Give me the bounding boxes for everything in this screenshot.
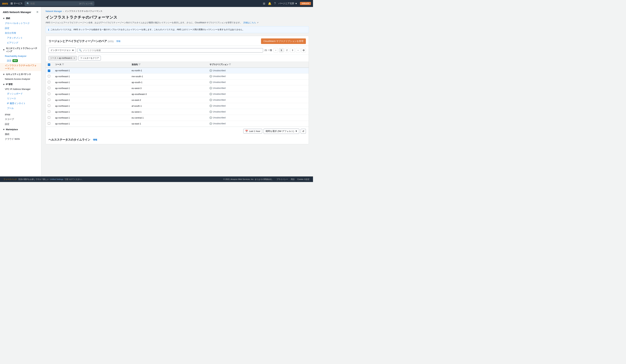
page-2-button[interactable]: 2 xyxy=(285,48,289,52)
sidebar-item-self-share[interactable]: 自分が共有 xyxy=(0,31,41,36)
cloudwatch-subscribe-button[interactable]: CloudWatch サブスクリプションを管理 xyxy=(261,38,306,44)
source-filter-icon[interactable]: ▽ xyxy=(62,63,64,66)
select-all-header[interactable]: — xyxy=(46,62,52,68)
select-all-checkbox[interactable]: — xyxy=(48,64,50,66)
sidebar-item-attachment[interactable]: アタッチメント xyxy=(0,36,41,40)
row-checkbox-cell[interactable] xyxy=(46,97,52,103)
cookie-link[interactable]: Cookie の設定 xyxy=(297,178,310,181)
sidebar-item-scope[interactable]: スコープ xyxy=(0,117,41,122)
filter-chip-text: ソース = ap-northeast-1 xyxy=(50,57,72,60)
sidebar-item-ipam[interactable]: IPAM xyxy=(0,112,41,117)
destination-cell: me-south-1 xyxy=(129,73,207,79)
breadcrumb-network-manager[interactable]: Network Manager xyxy=(45,10,62,12)
row-checkbox-cell[interactable] xyxy=(46,109,52,115)
page-3-button[interactable]: 3 xyxy=(290,48,295,52)
sidebar-item-vpc-ip[interactable]: VPC IP Address Manager xyxy=(0,87,41,91)
time-selector[interactable]: 📅 Last 1 hour xyxy=(243,129,262,134)
subscription-cell: Unsubscribed xyxy=(207,97,309,103)
copyright-text: © 2022, Amazon Web Services, Inc. またはその関… xyxy=(223,178,274,181)
row-checkbox[interactable]: ✓ xyxy=(48,70,50,72)
sidebar-item-pool[interactable]: プール xyxy=(0,106,41,111)
region-selector[interactable]: バージニア北部 ▼ xyxy=(278,2,297,5)
remove-filter-button[interactable]: ✕ xyxy=(73,57,75,59)
source-cell: ap-northeast-1 xyxy=(52,109,129,115)
subscription-column-header[interactable]: サブスクリプション ▽ xyxy=(207,62,309,68)
row-checkbox[interactable] xyxy=(48,81,50,83)
sidebar-item-network-access[interactable]: Network Access Analyzer xyxy=(0,77,41,81)
subscription-cell: Unsubscribed xyxy=(207,79,309,85)
row-checkbox-cell[interactable] xyxy=(46,73,52,79)
feedback-link[interactable]: フィードバック xyxy=(3,178,17,181)
row-checkbox-cell[interactable] xyxy=(46,115,52,121)
panel-info-link[interactable]: 情報 xyxy=(116,40,120,43)
destination-column-header[interactable]: 送信先 ▽ xyxy=(129,62,207,68)
sidebar-section-marketplace-title[interactable]: ▼ Marketplace xyxy=(0,127,41,132)
row-checkbox-cell[interactable] xyxy=(46,103,52,109)
unsubscribed-icon xyxy=(210,69,212,72)
grid-icon[interactable]: ⊞ xyxy=(263,2,265,5)
page-1-button[interactable]: 1 xyxy=(279,48,284,52)
source-cell: ap-northeast-1 xyxy=(52,103,129,109)
sidebar-item-global-network[interactable]: グローバルネットワーク xyxy=(0,21,41,26)
user-badge[interactable]: skikuchi xyxy=(300,2,311,5)
clear-filters-button[interactable]: フィルターをクリア xyxy=(78,56,101,61)
services-menu[interactable]: サービス xyxy=(11,2,23,5)
time-label: Last 1 hour xyxy=(249,130,260,132)
sidebar-section-connection-title[interactable]: ▼ 接続 xyxy=(0,16,41,21)
sidebar-item-reachability[interactable]: Reachability Analyzer xyxy=(0,54,41,58)
row-checkbox[interactable] xyxy=(48,110,50,113)
details-link[interactable]: 詳細はこちら xyxy=(243,21,256,24)
period-dropdown[interactable]: 期間を選択 (5M デフォルト) ▼ xyxy=(264,129,299,134)
sidebar-item-ip-history[interactable]: IP 履歴インサイト xyxy=(0,101,41,106)
row-checkbox[interactable] xyxy=(48,105,50,107)
sidebar-item-dashboard[interactable]: ダッシュボード xyxy=(0,91,41,96)
sidebar-item-settings[interactable]: 設定 xyxy=(0,26,41,31)
sidebar-item-ipam-settings[interactable]: 設定 xyxy=(0,122,41,127)
sidebar: AWS Network Manager ✕ ▼ 接続 グローバルネットワーク 設… xyxy=(0,7,41,177)
global-search[interactable]: 🔍 [オプション+S] xyxy=(25,1,94,6)
row-checkbox[interactable] xyxy=(48,122,50,125)
privacy-link[interactable]: プライバシー xyxy=(276,178,288,181)
destination-cell: ap-southeast-3 xyxy=(129,91,207,97)
search-input[interactable] xyxy=(30,2,78,5)
subscription-filter-icon[interactable]: ▽ xyxy=(229,63,231,66)
refresh-button[interactable]: ↺ xyxy=(301,129,306,134)
row-checkbox-cell[interactable] xyxy=(46,85,52,91)
help-icon[interactable]: ? xyxy=(274,2,276,5)
sidebar-item-peering[interactable]: ピアリング xyxy=(0,40,41,45)
terms-link[interactable]: 用語 xyxy=(291,178,295,181)
sidebar-section-ip-title[interactable]: ▼ IP 管理 xyxy=(0,82,41,87)
health-info-link[interactable]: 情報 xyxy=(93,138,97,141)
sidebar-item-reachability-settings[interactable]: 設定 新規 xyxy=(0,58,41,63)
subscription-cell: Unsubscribed xyxy=(207,91,309,97)
row-checkbox[interactable] xyxy=(48,75,50,77)
search-wrap[interactable]: 🔍 xyxy=(78,48,263,52)
row-checkbox-cell[interactable] xyxy=(46,91,52,97)
row-checkbox[interactable] xyxy=(48,116,50,119)
next-page-button[interactable]: › xyxy=(296,48,300,52)
source-column-header[interactable]: ソース ▽ xyxy=(52,62,129,68)
sidebar-close-icon[interactable]: ✕ xyxy=(36,10,39,14)
row-checkbox[interactable] xyxy=(48,93,50,95)
row-checkbox-cell[interactable] xyxy=(46,121,52,127)
row-checkbox[interactable] xyxy=(48,99,50,101)
sidebar-item-resources[interactable]: リソース xyxy=(0,96,41,101)
unified-settings-link[interactable]: Unified Settings xyxy=(50,178,63,180)
sidebar-item-infra-performance[interactable]: インフラストラクチャのパフォーマンス xyxy=(0,63,41,71)
table-settings-icon[interactable]: ⚙ xyxy=(301,48,306,52)
bell-icon[interactable]: 🔔 xyxy=(268,2,272,5)
sidebar-section-security-title[interactable]: ▼ セキュリティとガバナンス xyxy=(0,72,41,77)
row-checkbox-cell[interactable]: ✓ xyxy=(46,68,52,73)
sidebar-section-monitoring-title[interactable]: ▼ モニタリングとトラブルシューティング xyxy=(0,46,41,54)
sidebar-item-marketplace-connection[interactable]: 接続 xyxy=(0,132,41,137)
region-chevron-icon: ▼ xyxy=(295,2,297,5)
destination-filter-icon[interactable]: ▽ xyxy=(138,63,141,66)
table-row: ap-northeast-1eu-central-1 Unsubscribed xyxy=(46,115,309,121)
row-checkbox-cell[interactable] xyxy=(46,79,52,85)
filter-type-dropdown[interactable]: インターリージョン ▼ xyxy=(48,48,76,53)
sidebar-item-cloud-wan[interactable]: クラウド WAN xyxy=(0,137,41,142)
row-checkbox[interactable] xyxy=(48,87,50,89)
metrics-search-input[interactable] xyxy=(83,49,262,52)
subscription-cell: Unsubscribed xyxy=(207,103,309,109)
prev-page-button[interactable]: ‹ xyxy=(274,48,278,52)
